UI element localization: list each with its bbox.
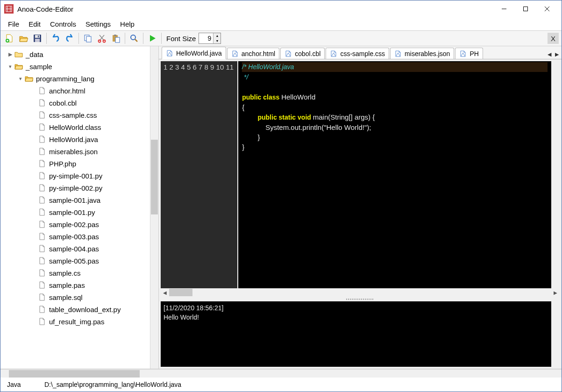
run-button[interactable] bbox=[146, 32, 159, 45]
tree-file[interactable]: HelloWorld.class bbox=[0, 121, 150, 133]
menu-file[interactable]: File bbox=[3, 19, 24, 29]
editor-tab[interactable]: css-sample.css bbox=[326, 48, 389, 59]
menu-settings[interactable]: Settings bbox=[81, 19, 115, 29]
sidebar-scrollbar[interactable] bbox=[150, 46, 158, 369]
cut-button[interactable] bbox=[95, 32, 108, 45]
menu-help[interactable]: Help bbox=[115, 19, 139, 29]
tree-file[interactable]: sample-004.pas bbox=[0, 242, 150, 255]
collapse-icon[interactable]: ▾ bbox=[17, 76, 24, 82]
splitter[interactable] bbox=[161, 298, 560, 300]
font-size-up[interactable]: ▲ bbox=[213, 33, 221, 38]
font-size-input[interactable] bbox=[199, 35, 213, 42]
tree-file[interactable]: sample-001.java bbox=[0, 194, 150, 206]
editor-tab[interactable]: HelloWorld.java bbox=[162, 47, 226, 59]
minimize-button[interactable] bbox=[493, 2, 515, 16]
tree-label: HelloWorld.java bbox=[49, 135, 98, 143]
search-button[interactable] bbox=[128, 32, 141, 45]
tree-file[interactable]: cobol.cbl bbox=[0, 97, 150, 109]
save-button[interactable] bbox=[31, 32, 44, 45]
editor-tab[interactable]: anchor.html bbox=[227, 48, 279, 59]
tab-scroll-left[interactable]: ◀ bbox=[546, 50, 553, 59]
tree-file[interactable]: sample-001.py bbox=[0, 206, 150, 218]
tree-label: sample-002.pas bbox=[49, 221, 99, 228]
tab-file-icon bbox=[459, 50, 467, 57]
tree-label: sample-001.java bbox=[49, 196, 100, 204]
tree-file[interactable]: css-sample.css bbox=[0, 109, 150, 121]
svg-rect-12 bbox=[38, 36, 39, 37]
tab-label: miserables.json bbox=[405, 50, 450, 57]
svg-rect-5 bbox=[524, 7, 528, 11]
tab-file-icon bbox=[285, 50, 292, 57]
tree-file[interactable]: py-simple-002.py bbox=[0, 182, 150, 194]
app-icon bbox=[4, 4, 14, 14]
tree-label: sample-003.pas bbox=[49, 233, 99, 241]
folder-open-icon bbox=[14, 62, 23, 71]
undo-button[interactable] bbox=[49, 32, 62, 45]
svg-rect-14 bbox=[86, 36, 91, 42]
panel-close-button[interactable]: X bbox=[548, 33, 559, 44]
tree-file[interactable]: sample.pas bbox=[0, 279, 150, 291]
tab-label: PH bbox=[470, 50, 478, 57]
tree-folder-programming-lang[interactable]: ▾programming_lang bbox=[0, 72, 150, 85]
menu-edit[interactable]: Edit bbox=[24, 19, 45, 29]
editor-vscroll[interactable] bbox=[551, 61, 560, 288]
new-file-button[interactable] bbox=[3, 32, 16, 45]
code-content[interactable]: /* HelloWorld.java */ public class Hello… bbox=[238, 61, 551, 288]
tree-file[interactable]: sample-002.pas bbox=[0, 218, 150, 230]
app-title: Anoa-Code-Editor bbox=[17, 5, 493, 13]
font-size-spinner[interactable]: ▲ ▼ bbox=[199, 33, 221, 44]
console-output[interactable]: [11/2/2020 18:56:21] Hello World! bbox=[161, 301, 560, 367]
tree-file[interactable]: uf_result_img.pas bbox=[0, 315, 150, 328]
tab-scroll-right[interactable]: ▶ bbox=[553, 50, 561, 59]
font-size-down[interactable]: ▼ bbox=[213, 38, 221, 43]
tab-file-icon bbox=[231, 50, 239, 57]
tree-label: uf_result_img.pas bbox=[49, 318, 104, 326]
menu-bar: File Edit Controls Settings Help bbox=[0, 17, 562, 30]
tree-label: sample.cs bbox=[49, 269, 81, 277]
tree-file[interactable]: PHP.php bbox=[0, 157, 150, 170]
tree-file[interactable]: miserables.json bbox=[0, 145, 150, 157]
tree-file[interactable]: sample-003.pas bbox=[0, 230, 150, 242]
main-area: ▶_data▾_sample▾programming_langanchor.ht… bbox=[0, 46, 562, 369]
file-icon bbox=[38, 123, 46, 131]
editor-tab[interactable]: miserables.json bbox=[390, 48, 454, 59]
file-icon bbox=[38, 244, 46, 253]
copy-button[interactable] bbox=[81, 32, 94, 45]
tree-folder-sample[interactable]: ▾_sample bbox=[0, 60, 150, 72]
menu-controls[interactable]: Controls bbox=[45, 19, 81, 29]
tree-label: py-simple-002.py bbox=[49, 184, 102, 192]
sidebar-hscroll[interactable] bbox=[0, 369, 562, 378]
open-file-button[interactable] bbox=[17, 32, 30, 45]
hscroll-left[interactable]: ◀ bbox=[161, 288, 169, 297]
tree-label: sample-004.pas bbox=[49, 245, 99, 253]
expand-icon[interactable]: ▶ bbox=[7, 51, 14, 57]
collapse-icon[interactable]: ▾ bbox=[7, 64, 14, 70]
file-icon bbox=[38, 86, 46, 95]
tree-file[interactable]: sample.sql bbox=[0, 291, 150, 303]
editor-hscroll[interactable]: ◀ ▶ bbox=[161, 288, 560, 297]
editor-tab[interactable]: cobol.cbl bbox=[280, 48, 325, 59]
tree-file[interactable]: sample-005.pas bbox=[0, 255, 150, 267]
tree-file[interactable]: HelloWorld.java bbox=[0, 133, 150, 145]
tab-file-icon bbox=[330, 50, 337, 57]
file-icon bbox=[38, 99, 46, 107]
redo-button[interactable] bbox=[63, 32, 76, 45]
paste-button[interactable] bbox=[109, 32, 122, 45]
close-button[interactable] bbox=[536, 2, 558, 16]
tab-strip: HelloWorld.javaanchor.htmlcobol.cblcss-s… bbox=[159, 46, 562, 59]
editor-tab[interactable]: PH bbox=[455, 48, 483, 59]
svg-rect-18 bbox=[114, 35, 116, 36]
code-editor[interactable]: 1 2 3 4 5 6 7 8 9 10 11 /* HelloWorld.ja… bbox=[161, 61, 560, 288]
tree-file[interactable]: py-simple-001.py bbox=[0, 170, 150, 182]
file-tree: ▶_data▾_sample▾programming_langanchor.ht… bbox=[0, 46, 150, 369]
tree-file[interactable]: table_download_ext.py bbox=[0, 303, 150, 315]
file-icon bbox=[38, 135, 46, 143]
svg-point-16 bbox=[103, 40, 106, 43]
tree-folder-data[interactable]: ▶_data bbox=[0, 48, 150, 60]
console-vscroll[interactable] bbox=[551, 301, 560, 367]
tree-file[interactable]: anchor.html bbox=[0, 85, 150, 97]
tree-file[interactable]: sample.cs bbox=[0, 267, 150, 279]
title-bar: Anoa-Code-Editor bbox=[0, 0, 562, 17]
maximize-button[interactable] bbox=[515, 2, 536, 16]
hscroll-right[interactable]: ▶ bbox=[551, 288, 560, 297]
